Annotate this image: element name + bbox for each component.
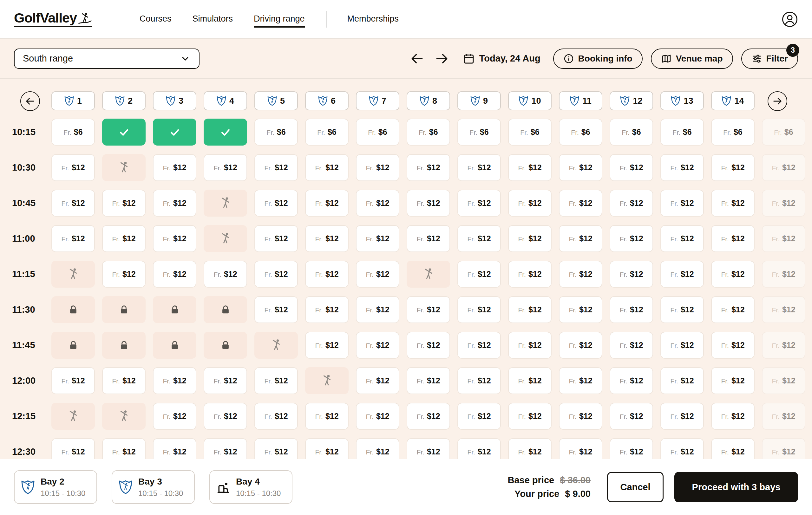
slot-available[interactable]: Fr.$12 bbox=[153, 225, 196, 252]
bay-header-1[interactable]: 1 bbox=[51, 91, 95, 110]
slot-available[interactable]: Fr.$6 bbox=[660, 119, 704, 146]
scroll-bays-right-button[interactable] bbox=[767, 91, 787, 111]
slot-available[interactable]: Fr.$12 bbox=[610, 225, 653, 252]
selected-bay-card[interactable]: Bay 2 10:15 - 10:30 bbox=[14, 470, 97, 504]
bay-header-14[interactable]: 14 bbox=[711, 91, 755, 110]
slot-available[interactable]: Fr.$12 bbox=[102, 190, 146, 217]
slot-available[interactable]: Fr.$12 bbox=[610, 296, 653, 323]
filter-button[interactable]: Filter 3 bbox=[741, 49, 798, 69]
slot-available[interactable]: Fr.$12 bbox=[660, 332, 704, 359]
slot-available[interactable]: Fr.$12 bbox=[51, 154, 95, 181]
bay-header-9[interactable]: 9 bbox=[457, 91, 501, 110]
slot-available[interactable]: Fr.$12 bbox=[51, 190, 95, 217]
slot-available[interactable]: Fr.$12 bbox=[508, 438, 552, 459]
slot-available[interactable]: Fr.$12 bbox=[762, 190, 805, 217]
venue-map-button[interactable]: Venue map bbox=[651, 49, 733, 69]
selected-bay-card[interactable]: Bay 4 10:15 - 10:30 bbox=[209, 470, 292, 504]
slot-available[interactable]: Fr.$12 bbox=[254, 154, 298, 181]
slot-available[interactable]: Fr.$12 bbox=[204, 367, 247, 394]
slot-available[interactable]: Fr.$12 bbox=[508, 367, 552, 394]
slot-available[interactable]: Fr.$12 bbox=[610, 261, 653, 287]
range-select[interactable]: South range bbox=[14, 49, 200, 69]
slot-available[interactable]: Fr.$12 bbox=[51, 438, 95, 459]
slot-available[interactable]: Fr.$12 bbox=[610, 332, 653, 359]
slot-available[interactable]: Fr.$12 bbox=[356, 296, 399, 323]
slot-available[interactable]: Fr.$12 bbox=[407, 403, 450, 430]
slot-available[interactable]: Fr.$12 bbox=[508, 154, 552, 181]
slot-available[interactable]: Fr.$12 bbox=[559, 332, 602, 359]
slot-available[interactable]: Fr.$12 bbox=[356, 332, 399, 359]
slot-available[interactable]: Fr.$12 bbox=[407, 190, 450, 217]
slot-available[interactable]: Fr.$6 bbox=[559, 119, 602, 146]
slot-available[interactable]: Fr.$12 bbox=[762, 332, 805, 359]
slot-available[interactable]: Fr.$6 bbox=[51, 119, 95, 146]
slot-available[interactable]: Fr.$12 bbox=[711, 225, 755, 252]
slot-available[interactable]: Fr.$12 bbox=[660, 154, 704, 181]
slot-available[interactable]: Fr.$12 bbox=[762, 403, 805, 430]
slot-available[interactable]: Fr.$12 bbox=[559, 403, 602, 430]
slot-available[interactable]: Fr.$12 bbox=[305, 438, 349, 459]
slot-available[interactable]: Fr.$12 bbox=[102, 261, 146, 287]
slot-available[interactable]: Fr.$12 bbox=[559, 261, 602, 287]
slot-available[interactable]: Fr.$12 bbox=[762, 438, 805, 459]
slot-available[interactable]: Fr.$12 bbox=[51, 367, 95, 394]
slot-available[interactable]: Fr.$12 bbox=[356, 154, 399, 181]
bay-header-13[interactable]: 13 bbox=[660, 91, 704, 110]
nav-courses[interactable]: Courses bbox=[140, 11, 172, 28]
slot-available[interactable]: Fr.$12 bbox=[457, 154, 501, 181]
slot-available[interactable]: Fr.$12 bbox=[660, 438, 704, 459]
nav-driving-range[interactable]: Driving range bbox=[254, 11, 305, 28]
slot-available[interactable]: Fr.$12 bbox=[102, 367, 146, 394]
slot-available[interactable]: Fr.$12 bbox=[559, 154, 602, 181]
slot-available[interactable]: Fr.$12 bbox=[457, 261, 501, 287]
slot-available[interactable]: Fr.$12 bbox=[254, 261, 298, 287]
slot-available[interactable]: Fr.$12 bbox=[457, 225, 501, 252]
slot-available[interactable]: Fr.$12 bbox=[305, 225, 349, 252]
slot-available[interactable]: Fr.$12 bbox=[711, 296, 755, 323]
slot-available[interactable]: Fr.$12 bbox=[305, 190, 349, 217]
slot-available[interactable]: Fr.$12 bbox=[356, 225, 399, 252]
slot-available[interactable]: Fr.$12 bbox=[254, 438, 298, 459]
bay-header-11[interactable]: 11 bbox=[559, 91, 602, 110]
prev-day-button[interactable] bbox=[409, 51, 425, 67]
selected-bay-card[interactable]: Bay 3 10:15 - 10:30 bbox=[112, 470, 195, 504]
slot-available[interactable]: Fr.$12 bbox=[407, 438, 450, 459]
slot-available[interactable]: Fr.$6 bbox=[356, 119, 399, 146]
slot-available[interactable]: Fr.$12 bbox=[305, 332, 349, 359]
slot-available[interactable]: Fr.$12 bbox=[407, 367, 450, 394]
slot-available[interactable]: Fr.$12 bbox=[559, 438, 602, 459]
slot-available[interactable]: Fr.$12 bbox=[254, 403, 298, 430]
slot-available[interactable]: Fr.$12 bbox=[711, 332, 755, 359]
slot-available[interactable]: Fr.$12 bbox=[508, 190, 552, 217]
bay-header-6[interactable]: 6 bbox=[305, 91, 349, 110]
slot-selected[interactable] bbox=[204, 119, 247, 146]
next-day-button[interactable] bbox=[434, 51, 450, 67]
slot-available[interactable]: Fr.$12 bbox=[305, 154, 349, 181]
slot-available[interactable]: Fr.$12 bbox=[559, 225, 602, 252]
slot-available[interactable]: Fr.$12 bbox=[305, 261, 349, 287]
slot-available[interactable]: Fr.$12 bbox=[407, 225, 450, 252]
slot-available[interactable]: Fr.$12 bbox=[51, 225, 95, 252]
slot-available[interactable]: Fr.$12 bbox=[153, 367, 196, 394]
slot-available[interactable]: Fr.$12 bbox=[254, 296, 298, 323]
slot-available[interactable]: Fr.$12 bbox=[711, 154, 755, 181]
slot-available[interactable]: Fr.$6 bbox=[457, 119, 501, 146]
slot-available[interactable]: Fr.$12 bbox=[660, 367, 704, 394]
slot-available[interactable]: Fr.$12 bbox=[508, 261, 552, 287]
slot-available[interactable]: Fr.$12 bbox=[153, 190, 196, 217]
proceed-button[interactable]: Proceed with 3 bays bbox=[674, 472, 798, 502]
slot-available[interactable]: Fr.$6 bbox=[508, 119, 552, 146]
slot-available[interactable]: Fr.$12 bbox=[610, 190, 653, 217]
slot-available[interactable]: Fr.$12 bbox=[254, 367, 298, 394]
slot-available[interactable]: Fr.$12 bbox=[356, 438, 399, 459]
slot-available[interactable]: Fr.$12 bbox=[610, 403, 653, 430]
slot-available[interactable]: Fr.$12 bbox=[559, 296, 602, 323]
scroll-bays-left-button[interactable] bbox=[20, 91, 40, 111]
slot-available[interactable]: Fr.$12 bbox=[407, 154, 450, 181]
slot-available[interactable]: Fr.$12 bbox=[153, 438, 196, 459]
bay-header-12[interactable]: 12 bbox=[610, 91, 653, 110]
slot-available[interactable]: Fr.$12 bbox=[762, 367, 805, 394]
slot-available[interactable]: Fr.$12 bbox=[305, 296, 349, 323]
nav-simulators[interactable]: Simulators bbox=[192, 11, 233, 28]
cancel-button[interactable]: Cancel bbox=[607, 472, 664, 502]
